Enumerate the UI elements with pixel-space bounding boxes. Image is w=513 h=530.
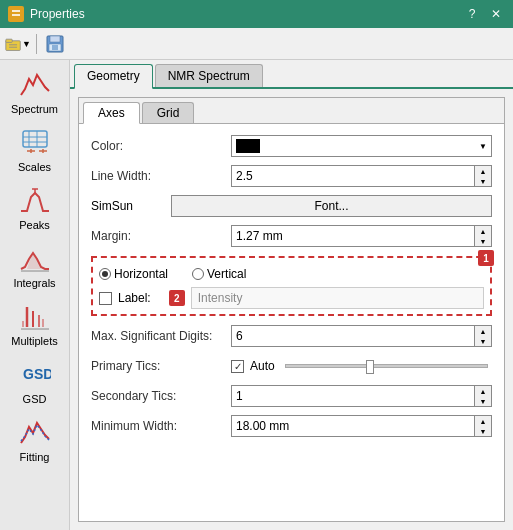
sidebar-label-gsd: GSD bbox=[23, 393, 47, 405]
font-row: SimSun Font... bbox=[91, 194, 492, 218]
intensity-placeholder: Intensity bbox=[198, 291, 243, 305]
label-row: Label: 2 Intensity bbox=[99, 286, 484, 310]
peaks-icon bbox=[19, 185, 51, 217]
sidebar-label-multiplets: Multiplets bbox=[11, 335, 57, 347]
integrals-icon bbox=[19, 243, 51, 275]
vertical-radio[interactable]: Vertical bbox=[192, 267, 246, 281]
min-width-spin-buttons: ▲ ▼ bbox=[474, 416, 491, 436]
svg-rect-1 bbox=[12, 10, 20, 12]
horizontal-radio[interactable]: Horizontal bbox=[99, 267, 168, 281]
sidebar-item-spectrum[interactable]: Spectrum bbox=[3, 64, 67, 120]
secondary-tics-row: Secondary Tics: ▲ ▼ bbox=[91, 384, 492, 408]
label-text: Label: bbox=[118, 291, 151, 305]
svg-rect-8 bbox=[50, 36, 60, 42]
horizontal-radio-circle bbox=[99, 268, 111, 280]
auto-checkmark: ✓ bbox=[234, 361, 242, 372]
svg-rect-10 bbox=[52, 45, 58, 50]
max-digits-label: Max. Significant Digits: bbox=[91, 329, 231, 343]
toolbar-separator bbox=[36, 34, 37, 54]
primary-tics-slider[interactable] bbox=[285, 364, 488, 368]
tab-axes[interactable]: Axes bbox=[83, 102, 140, 124]
svg-rect-2 bbox=[12, 14, 20, 16]
auto-checkbox[interactable]: ✓ bbox=[231, 360, 244, 373]
save-button[interactable] bbox=[41, 31, 69, 57]
sidebar-item-fitting[interactable]: Fitting bbox=[3, 412, 67, 468]
tab-geometry[interactable]: Geometry bbox=[74, 64, 153, 89]
max-digits-up[interactable]: ▲ bbox=[475, 326, 491, 336]
margin-up[interactable]: ▲ bbox=[475, 226, 491, 236]
line-width-input[interactable] bbox=[232, 166, 474, 186]
line-width-up[interactable]: ▲ bbox=[475, 166, 491, 176]
sidebar-label-integrals: Integrals bbox=[13, 277, 55, 289]
svg-text:GSD: GSD bbox=[23, 366, 51, 382]
sidebar-item-integrals[interactable]: Integrals bbox=[3, 238, 67, 294]
font-button[interactable]: Font... bbox=[171, 195, 492, 217]
help-button[interactable]: ? bbox=[463, 5, 481, 23]
title-bar: Properties ? ✕ bbox=[0, 0, 513, 28]
color-selector[interactable]: ▼ bbox=[231, 135, 492, 157]
line-width-down[interactable]: ▼ bbox=[475, 176, 491, 186]
max-digits-input[interactable] bbox=[232, 326, 474, 346]
color-swatch bbox=[236, 139, 260, 153]
multiplets-icon bbox=[19, 301, 51, 333]
max-digits-spin-buttons: ▲ ▼ bbox=[474, 326, 491, 346]
sidebar-item-scales[interactable]: Scales bbox=[3, 122, 67, 178]
intensity-display: Intensity bbox=[191, 287, 484, 309]
min-width-down[interactable]: ▼ bbox=[475, 426, 491, 436]
sidebar-item-multiplets[interactable]: Multiplets bbox=[3, 296, 67, 352]
sidebar-label-scales: Scales bbox=[18, 161, 51, 173]
min-width-row: Minimum Width: ▲ ▼ bbox=[91, 414, 492, 438]
tab-grid[interactable]: Grid bbox=[142, 102, 195, 123]
max-digits-row: Max. Significant Digits: ▲ ▼ bbox=[91, 324, 492, 348]
sidebar-label-fitting: Fitting bbox=[20, 451, 50, 463]
title-bar-left: Properties bbox=[8, 6, 85, 22]
title-bar-controls: ? ✕ bbox=[463, 5, 505, 23]
badge-2: 2 bbox=[169, 290, 185, 306]
tab-nmr-spectrum[interactable]: NMR Spectrum bbox=[155, 64, 263, 87]
sidebar-item-peaks[interactable]: Peaks bbox=[3, 180, 67, 236]
panel-box: Axes Grid Color: ▼ Line Width: bbox=[78, 97, 505, 522]
primary-tics-row: Primary Tics: ✓ Auto bbox=[91, 354, 492, 378]
primary-tics-label: Primary Tics: bbox=[91, 359, 231, 373]
sidebar-label-peaks: Peaks bbox=[19, 219, 50, 231]
min-width-up[interactable]: ▲ bbox=[475, 416, 491, 426]
title-text: Properties bbox=[30, 7, 85, 21]
app-icon bbox=[8, 6, 24, 22]
margin-row: Margin: ▲ ▼ bbox=[91, 224, 492, 248]
svg-rect-4 bbox=[6, 39, 12, 42]
top-tabs: Geometry NMR Spectrum bbox=[70, 60, 513, 89]
color-dropdown-arrow: ▼ bbox=[479, 142, 487, 151]
sidebar-label-spectrum: Spectrum bbox=[11, 103, 58, 115]
close-button[interactable]: ✕ bbox=[487, 5, 505, 23]
line-width-spinbox[interactable]: ▲ ▼ bbox=[231, 165, 492, 187]
gsd-icon: GSD bbox=[19, 359, 51, 391]
max-digits-down[interactable]: ▼ bbox=[475, 336, 491, 346]
right-panel: Geometry NMR Spectrum Axes Grid Color: ▼ bbox=[70, 60, 513, 530]
horizontal-label: Horizontal bbox=[114, 267, 168, 281]
margin-spinbox[interactable]: ▲ ▼ bbox=[231, 225, 492, 247]
sidebar-item-gsd[interactable]: GSD GSD bbox=[3, 354, 67, 410]
open-button[interactable]: ▼ bbox=[4, 31, 32, 57]
secondary-tics-spin-buttons: ▲ ▼ bbox=[474, 386, 491, 406]
margin-down[interactable]: ▼ bbox=[475, 236, 491, 246]
secondary-tics-spinbox[interactable]: ▲ ▼ bbox=[231, 385, 492, 407]
main-content: Spectrum Scales bbox=[0, 60, 513, 530]
margin-input[interactable] bbox=[232, 226, 474, 246]
label-checkbox[interactable] bbox=[99, 292, 112, 305]
min-width-input[interactable] bbox=[232, 416, 474, 436]
line-width-label: Line Width: bbox=[91, 169, 231, 183]
secondary-tics-up[interactable]: ▲ bbox=[475, 386, 491, 396]
sidebar: Spectrum Scales bbox=[0, 60, 70, 530]
line-width-spin-buttons: ▲ ▼ bbox=[474, 166, 491, 186]
auto-label: Auto bbox=[250, 359, 275, 373]
form-area: Color: ▼ Line Width: ▲ ▼ bbox=[79, 124, 504, 448]
inner-tabs: Axes Grid bbox=[79, 98, 504, 124]
margin-label: Margin: bbox=[91, 229, 231, 243]
max-digits-spinbox[interactable]: ▲ ▼ bbox=[231, 325, 492, 347]
secondary-tics-down[interactable]: ▼ bbox=[475, 396, 491, 406]
margin-spin-buttons: ▲ ▼ bbox=[474, 226, 491, 246]
color-label: Color: bbox=[91, 139, 231, 153]
toolbar: ▼ bbox=[0, 28, 513, 60]
secondary-tics-input[interactable] bbox=[232, 386, 474, 406]
min-width-spinbox[interactable]: ▲ ▼ bbox=[231, 415, 492, 437]
